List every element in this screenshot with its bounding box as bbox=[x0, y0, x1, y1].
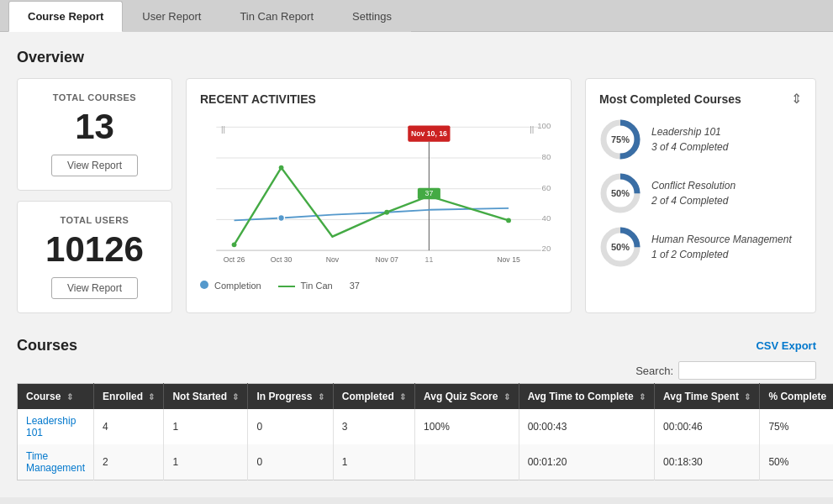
svg-text:11: 11 bbox=[425, 255, 434, 264]
donut-label-1: 75% bbox=[611, 134, 630, 144]
cell-completed: 3 bbox=[333, 409, 414, 444]
search-bar: Search: bbox=[17, 361, 816, 380]
col-not-started[interactable]: Not Started ⇕ bbox=[164, 384, 248, 410]
cell-pct-complete: 50% bbox=[760, 444, 833, 480]
cell-completed: 1 bbox=[333, 444, 414, 480]
total-users-label: TOTAL USERS bbox=[61, 215, 129, 225]
sort-icon[interactable]: ⇕ bbox=[791, 91, 802, 107]
cell-avg-quiz bbox=[415, 444, 519, 480]
view-report-users-button[interactable]: View Report bbox=[51, 277, 138, 299]
svg-text:Nov 15: Nov 15 bbox=[497, 255, 520, 264]
svg-text:Nov 10, 16: Nov 10, 16 bbox=[411, 129, 447, 138]
total-courses-value: 13 bbox=[75, 109, 114, 144]
cell-avg-time-complete: 00:01:20 bbox=[519, 444, 654, 480]
recent-activities-card: RECENT ACTIVITIES 100 80 60 40 20 bbox=[186, 78, 572, 313]
col-in-progress[interactable]: In Progress ⇕ bbox=[248, 384, 333, 410]
col-course[interactable]: Course ⇕ bbox=[18, 384, 94, 410]
donut-label-3: 50% bbox=[611, 242, 630, 252]
course-row-1: 75% Leadership 101 3 of 4 Completed bbox=[599, 118, 802, 160]
legend-tincan: Tin Can bbox=[278, 281, 333, 291]
most-completed-title: Most Completed Courses bbox=[599, 92, 741, 106]
courses-title: Courses bbox=[17, 337, 77, 354]
section-overview-title: Overview bbox=[17, 49, 816, 66]
col-avg-time-spent[interactable]: Avg Time Spent ⇕ bbox=[655, 384, 760, 410]
most-completed-card: Most Completed Courses ⇕ 75% Leadership … bbox=[585, 78, 816, 313]
cell-enrolled: 4 bbox=[94, 409, 164, 444]
search-input[interactable] bbox=[678, 361, 816, 380]
cell-in-progress: 0 bbox=[248, 409, 333, 444]
main-content: Overview TOTAL COURSES 13 View Report TO… bbox=[0, 32, 833, 497]
chart-title: RECENT ACTIVITIES bbox=[200, 92, 557, 106]
tab-tin-can-report[interactable]: Tin Can Report bbox=[220, 1, 333, 32]
total-courses-label: TOTAL COURSES bbox=[53, 92, 136, 102]
course-info-2: Conflict Resolution 2 of 4 Completed bbox=[651, 178, 735, 208]
svg-text:||: || bbox=[221, 124, 225, 134]
svg-point-23 bbox=[384, 210, 389, 215]
svg-text:100: 100 bbox=[537, 121, 551, 130]
svg-text:||: || bbox=[530, 124, 534, 134]
tabs-bar: Course Report User Report Tin Can Report… bbox=[0, 0, 833, 32]
cell-in-progress: 0 bbox=[248, 444, 333, 480]
donut-2: 50% bbox=[599, 172, 641, 214]
donut-3: 50% bbox=[599, 226, 641, 268]
cell-course[interactable]: Time Management bbox=[18, 444, 94, 480]
course-row-2: 50% Conflict Resolution 2 of 4 Completed bbox=[599, 172, 802, 214]
chart-legend: Completion Tin Can 37 bbox=[200, 281, 557, 291]
csv-export-button[interactable]: CSV Export bbox=[756, 339, 816, 352]
cell-not-started: 1 bbox=[164, 409, 248, 444]
tab-user-report[interactable]: User Report bbox=[123, 1, 220, 32]
svg-text:Oct 30: Oct 30 bbox=[271, 255, 293, 264]
cell-not-started: 1 bbox=[164, 444, 248, 480]
svg-text:Nov: Nov bbox=[326, 255, 340, 264]
total-users-value: 10126 bbox=[45, 232, 144, 267]
donut-1: 75% bbox=[599, 118, 641, 160]
svg-text:80: 80 bbox=[542, 152, 551, 161]
cell-avg-time-complete: 00:00:43 bbox=[519, 409, 654, 444]
course-info-1: Leadership 101 3 of 4 Completed bbox=[651, 124, 728, 155]
svg-point-22 bbox=[279, 165, 284, 171]
donut-label-2: 50% bbox=[611, 188, 630, 198]
table-header-row: Course ⇕ Enrolled ⇕ Not Started ⇕ In Pro… bbox=[18, 384, 834, 410]
legend-completion: Completion bbox=[200, 281, 261, 291]
svg-text:20: 20 bbox=[542, 244, 551, 253]
total-users-card: TOTAL USERS 10126 View Report bbox=[17, 201, 172, 313]
table-row: Time Management 2 1 0 1 00:01:20 00:18:3… bbox=[18, 444, 834, 480]
cell-avg-time-spent: 00:18:30 bbox=[655, 444, 760, 480]
cell-enrolled: 2 bbox=[94, 444, 164, 480]
svg-text:Nov 07: Nov 07 bbox=[375, 255, 398, 264]
svg-point-25 bbox=[506, 218, 511, 223]
col-pct-complete[interactable]: % Complete ⇕ bbox=[760, 384, 833, 410]
svg-point-20 bbox=[278, 215, 285, 222]
cell-pct-complete: 75% bbox=[760, 409, 833, 444]
total-courses-card: TOTAL COURSES 13 View Report bbox=[17, 78, 172, 191]
chart-area: 100 80 60 40 20 Oct 26 Oct 30 bbox=[200, 114, 557, 274]
col-enrolled[interactable]: Enrolled ⇕ bbox=[94, 384, 164, 410]
table-row: Leadership 101 4 1 0 3 100% 00:00:43 00:… bbox=[18, 409, 834, 444]
courses-table: Course ⇕ Enrolled ⇕ Not Started ⇕ In Pro… bbox=[17, 383, 833, 480]
view-report-courses-button[interactable]: View Report bbox=[51, 155, 138, 176]
svg-text:40: 40 bbox=[542, 213, 551, 223]
tab-settings[interactable]: Settings bbox=[333, 1, 411, 32]
course-row-3: 50% Human Resource Management 1 of 2 Com… bbox=[599, 226, 802, 268]
course-info-3: Human Resource Management 1 of 2 Complet… bbox=[651, 232, 792, 262]
col-completed[interactable]: Completed ⇕ bbox=[333, 384, 414, 410]
total-cards-col: TOTAL COURSES 13 View Report TOTAL USERS… bbox=[17, 78, 172, 313]
courses-section: Courses CSV Export Search: Course ⇕ Enro… bbox=[17, 337, 816, 480]
svg-text:60: 60 bbox=[542, 183, 551, 192]
svg-text:Oct 26: Oct 26 bbox=[224, 255, 245, 264]
search-label: Search: bbox=[635, 365, 673, 377]
overview-row: TOTAL COURSES 13 View Report TOTAL USERS… bbox=[17, 78, 816, 313]
svg-point-21 bbox=[232, 242, 237, 247]
chart-svg: 100 80 60 40 20 Oct 26 Oct 30 bbox=[200, 114, 557, 274]
legend-value: 37 bbox=[350, 281, 360, 291]
cell-avg-quiz: 100% bbox=[415, 409, 519, 444]
cell-course[interactable]: Leadership 101 bbox=[18, 409, 94, 444]
svg-text:37: 37 bbox=[425, 189, 434, 197]
col-avg-quiz[interactable]: Avg Quiz Score ⇕ bbox=[415, 384, 519, 410]
courses-header: Courses CSV Export bbox=[17, 337, 816, 354]
col-avg-time-complete[interactable]: Avg Time to Complete ⇕ bbox=[519, 384, 654, 410]
most-completed-header: Most Completed Courses ⇕ bbox=[599, 91, 802, 107]
cell-avg-time-spent: 00:00:46 bbox=[655, 409, 760, 444]
tab-course-report[interactable]: Course Report bbox=[8, 1, 123, 32]
